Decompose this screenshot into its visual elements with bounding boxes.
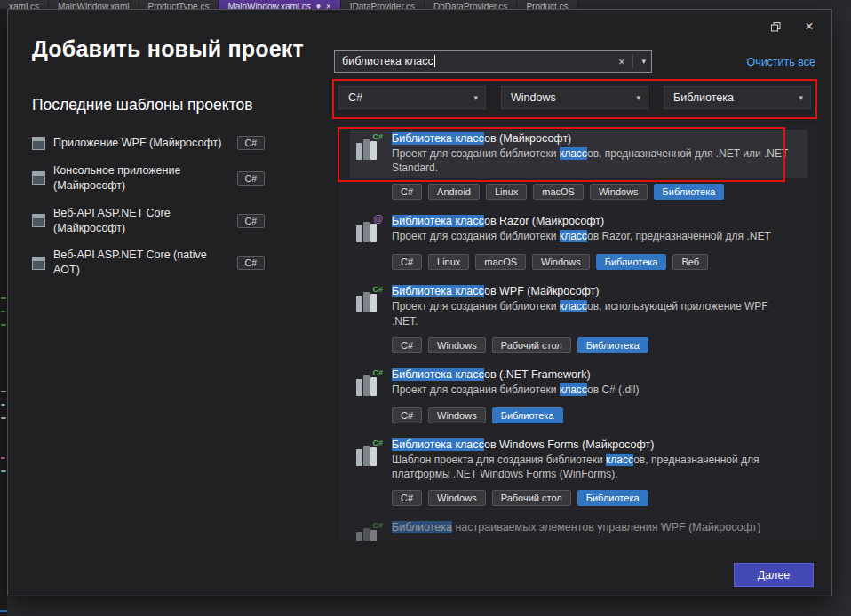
editor-tab[interactable]: MainWindow.xaml — [49, 0, 139, 9]
language-badge: C# — [237, 171, 265, 186]
template-icon: C# — [354, 370, 382, 399]
template-icon — [32, 137, 45, 150]
code-fragment — [1, 470, 6, 472]
recent-template-item[interactable]: Приложение WPF (Майкрософт)C# — [32, 136, 265, 151]
recent-template-item[interactable]: Веб-API ASP.NET Core (Майкрософт)C# — [32, 206, 265, 236]
icon-language-label: C# — [372, 438, 383, 447]
tag-chip[interactable]: Рабочий стол — [492, 490, 571, 506]
template-label: Веб-API ASP.NET Core (native AOT) — [53, 248, 229, 278]
text-part: класс — [560, 383, 587, 396]
icon-language-label: C# — [372, 368, 383, 377]
text-part: Библиотека класс — [392, 285, 484, 297]
tag-row: C#WindowsРабочий столБиблиотека — [392, 490, 807, 506]
chevron-down-icon: ▾ — [799, 93, 803, 102]
tag-chip[interactable]: C# — [392, 407, 422, 423]
result-title: Библиотека классов (Майкрософт) — [392, 132, 793, 145]
result-title: Библиотека классов WPF (Майкрософт) — [392, 285, 793, 297]
tab-bar: xaml.csMainWindow.xamlProductType.csMain… — [0, 0, 851, 9]
template-icon: C# — [354, 523, 382, 541]
editor-tab[interactable]: ProductType.cs — [139, 0, 219, 9]
tag-chip[interactable]: Рабочий стол — [492, 337, 571, 353]
tag-chip[interactable]: C# — [392, 254, 422, 270]
text-part: Проект для создания библиотеки — [392, 300, 560, 312]
text-part: ов Razor (Майкрософт) — [484, 215, 604, 227]
clear-all-link[interactable]: Очистить все — [746, 56, 815, 68]
code-editor-sliver — [0, 9, 7, 596]
editor-tab[interactable]: xaml.cs — [0, 0, 49, 9]
text-part: ов (Майкрософт) — [484, 132, 571, 145]
text-part: Шаблон проекта для создания библиотеки — [392, 454, 606, 466]
tag-chip[interactable]: Библиотека — [577, 337, 648, 353]
tag-chip[interactable]: Linux — [486, 184, 527, 200]
tag-chip[interactable]: Windows — [428, 337, 486, 353]
tag-chip[interactable]: Windows — [428, 407, 486, 423]
next-button[interactable]: Далее — [734, 563, 814, 587]
tag-chip[interactable]: Библиотека — [577, 490, 648, 506]
tag-chip[interactable]: Библиотека — [654, 184, 725, 200]
text-part: Библиотека класс — [392, 368, 484, 381]
template-result[interactable]: C#Библиотека классов (.NET Framework)Про… — [339, 361, 816, 431]
filter-row: C#▾Windows▾Библиотека▾ — [338, 86, 811, 109]
result-title: Библиотека настраиваемых элементов управ… — [392, 521, 760, 533]
recent-list: Приложение WPF (Майкрософт)C#Консольное … — [32, 136, 265, 278]
restore-window-button[interactable] — [762, 15, 789, 38]
tag-chip[interactable]: Библиотека — [492, 407, 563, 423]
editor-tab[interactable]: IDataProvider.cs — [341, 0, 425, 9]
tag-chip[interactable]: C# — [392, 490, 422, 506]
filter-dropdown-0[interactable]: C#▾ — [338, 86, 486, 109]
tag-chip[interactable]: C# — [392, 184, 422, 200]
template-icon: C# — [354, 440, 382, 469]
tag-chip[interactable]: C# — [392, 337, 422, 353]
tag-chip[interactable]: macOS — [533, 184, 584, 200]
text-part: Библиотека — [392, 521, 452, 533]
template-result[interactable]: C#Библиотека классов (Майкрософт)Проект … — [339, 125, 816, 208]
add-project-dialog: × Добавить новый проект библиотека класс… — [7, 9, 832, 596]
close-icon[interactable]: × — [326, 2, 331, 9]
filter-dropdown-2[interactable]: Библиотека▾ — [664, 86, 811, 109]
tag-chip[interactable]: Веб — [672, 254, 708, 270]
template-result[interactable]: C#Библиотека классов WPF (Майкрософт)Про… — [339, 278, 816, 360]
result-text: Библиотека классов (.NET Framework)Проек… — [392, 368, 639, 399]
code-fragment — [1, 324, 6, 326]
search-text: библиотека класс — [342, 55, 433, 67]
text-part: ов (.NET Framework) — [484, 368, 591, 381]
tag-chip[interactable]: Linux — [428, 254, 469, 270]
clear-search-button[interactable]: × — [612, 55, 632, 68]
filter-dropdown-1[interactable]: Windows▾ — [501, 86, 648, 109]
search-input[interactable]: библиотека класс × ▾ — [334, 50, 652, 73]
text-part: ов C# (.dll) — [587, 383, 639, 396]
editor-tab[interactable]: DbDataProvider.cs — [425, 0, 517, 9]
close-window-button[interactable]: × — [796, 15, 823, 38]
tab-label: xaml.cs — [9, 2, 39, 9]
tag-row: C#LinuxmacOSWindowsБиблиотекаВеб — [392, 254, 807, 270]
text-part: ов Windows Forms (Майкрософт) — [484, 438, 654, 451]
tag-chip[interactable]: Windows — [590, 184, 648, 200]
text-part: ов WPF (Майкрософт) — [484, 285, 600, 297]
template-label: Веб-API ASP.NET Core (Майкрософт) — [53, 206, 229, 236]
template-result[interactable]: C#Библиотека настраиваемых элементов упр… — [339, 514, 816, 541]
tag-chip[interactable]: Библиотека — [596, 254, 667, 270]
icon-language-label: C# — [372, 521, 383, 530]
result-main: C#Библиотека классов Windows Forms (Майк… — [350, 436, 807, 484]
tag-chip[interactable]: Windows — [428, 490, 486, 506]
recent-template-item[interactable]: Консольное приложение (Майкрософт)C# — [32, 163, 265, 193]
recent-template-item[interactable]: Веб-API ASP.NET Core (native AOT)C# — [32, 248, 265, 278]
result-main: @Библиотека классов Razor (Майкрософт)Пр… — [350, 212, 807, 248]
status-bar-accent — [0, 610, 7, 612]
close-icon: × — [805, 19, 813, 35]
result-title: Библиотека классов Windows Forms (Майкро… — [392, 438, 793, 451]
template-result[interactable]: C#Библиотека классов Windows Forms (Майк… — [339, 431, 816, 514]
text-part: класс — [560, 230, 587, 242]
template-result[interactable]: @Библиотека классов Razor (Майкрософт)Пр… — [339, 208, 816, 278]
language-badge: C# — [237, 136, 265, 150]
tag-chip[interactable]: macOS — [475, 254, 526, 270]
search-dropdown-button[interactable]: ▾ — [632, 54, 646, 68]
template-icon — [32, 257, 45, 270]
tag-chip[interactable]: Windows — [532, 254, 590, 270]
recent-templates-heading: Последние шаблоны проектов — [32, 96, 253, 115]
editor-tab[interactable]: MainWindow.xaml.cs× — [219, 0, 340, 9]
editor-tab[interactable]: Product.cs — [517, 0, 577, 9]
tab-label: ProductType.cs — [148, 2, 210, 9]
result-main: C#Библиотека классов (.NET Framework)Про… — [350, 366, 807, 401]
tag-chip[interactable]: Android — [428, 184, 480, 200]
